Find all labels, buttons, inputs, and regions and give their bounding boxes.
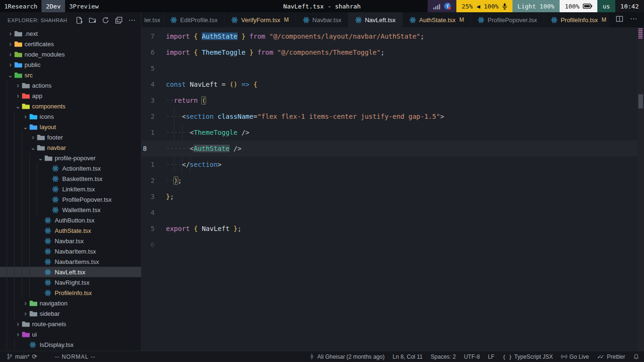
tree-item-navbar[interactable]: ⌄navbar (0, 142, 141, 153)
tree-item-certificates[interactable]: ›certificates (0, 39, 141, 49)
tree-item-app[interactable]: ›app (0, 90, 141, 101)
editor-line[interactable]: 4 (141, 205, 637, 221)
status-item-prettier[interactable]: ✓✓Prettier (597, 354, 625, 360)
tray-battery[interactable]: 100% (560, 0, 597, 12)
vim-mode-indicator: -- NORMAL -- (55, 354, 96, 360)
tab-navleft-tsx[interactable]: NavLeft.tsx (348, 12, 403, 27)
editor-line[interactable]: 5 (141, 60, 637, 76)
tree-item-actionitem-tsx[interactable]: ActionItem.tsx (0, 163, 141, 173)
tab-verifyform-tsx[interactable]: VerifyForm.tsxM (224, 12, 296, 27)
refresh-icon[interactable] (101, 16, 110, 25)
editor-line[interactable]: 4const NavLeft = () => { (141, 76, 637, 92)
tray-keyboard-layout[interactable]: us (597, 0, 615, 12)
tree-item-basketitem-tsx[interactable]: BasketItem.tsx (0, 173, 141, 184)
workspace-tab-3preview[interactable]: 3Preview (65, 0, 103, 12)
editor-line[interactable]: 3··return ( (141, 92, 637, 108)
tree-item-authstate-tsx[interactable]: AuthState.tsx (0, 225, 141, 236)
tree-item-ui[interactable]: ›ui (0, 329, 141, 339)
scrollbar-thumb[interactable] (638, 94, 643, 108)
code-token (265, 33, 269, 40)
modified-badge: M (602, 16, 606, 23)
editor-line[interactable]: 1····</section> (141, 156, 637, 173)
tree-item-footer[interactable]: ›footer (0, 132, 141, 142)
tree-item-profileinfo-tsx[interactable]: ProfileInfo.tsx (0, 288, 141, 298)
tree-indent-guide (14, 288, 22, 298)
tree-item-components[interactable]: ⌄components (0, 101, 141, 111)
status-item-go-live[interactable]: Go Live (561, 354, 589, 360)
react-file-icon (52, 206, 61, 214)
status-item-bell[interactable] (633, 354, 639, 360)
new-file-icon[interactable] (75, 16, 83, 25)
tab-profileinfo-tsx[interactable]: ProfileInfo.tsxM (544, 12, 609, 27)
line-number: 3 (141, 97, 166, 104)
tree-item-navleft-tsx[interactable]: NavLeft.tsx (0, 267, 141, 277)
tree-item-label: actions (31, 82, 51, 89)
tree-indent-guide (7, 215, 14, 225)
system-bar: 1Research2Dev3Preview NavLeft.tsx - shah… (0, 0, 644, 12)
new-folder-icon[interactable] (88, 16, 97, 25)
editor-line[interactable]: 6import { ThemeToggle } from "@/componen… (141, 44, 637, 60)
tray-backlight[interactable]: Light 100% (512, 0, 560, 12)
editor-line[interactable]: 1······<ThemeToggle /> (141, 124, 637, 140)
tab-editprofile-tsx[interactable]: EditProfile.tsx (164, 12, 224, 27)
split-editor-icon[interactable] (616, 15, 623, 25)
more-icon[interactable] (128, 16, 136, 25)
tab-ler-tsx[interactable]: ler.tsx (141, 12, 164, 27)
status-item-typescript-jsx[interactable]: { }TypeScript JSX (503, 354, 553, 360)
workspace-tab-1research[interactable]: 1Research (0, 0, 41, 12)
tree-item-navbar-tsx[interactable]: Navbar.tsx (0, 236, 141, 246)
editor-line[interactable]: 2··); (141, 173, 637, 189)
tree-item-profilepopover-tsx[interactable]: ProfilePopover.tsx (0, 194, 141, 205)
workspace-tab-2dev[interactable]: 2Dev (41, 0, 65, 12)
tree-item-authbutton-tsx[interactable]: AuthButton.tsx (0, 215, 141, 225)
tab-profilepopover-tsx[interactable]: ProfilePopover.tsx (471, 12, 544, 27)
tab-authstate-tsx[interactable]: AuthState.tsxM (403, 12, 471, 27)
tray-audio-volume[interactable]: 25% ◀ 100% (456, 0, 512, 12)
tree-item-route-panels[interactable]: ›route-panels (0, 319, 141, 329)
editor-line[interactable]: 3}; (141, 189, 637, 205)
tree-item-linkitem-tsx[interactable]: LinkItem.tsx (0, 184, 141, 194)
overview-ruler-marker (638, 28, 643, 39)
tree-item-icons[interactable]: ›icons (0, 111, 141, 122)
git-branch-item[interactable]: main* ⟳ (7, 353, 37, 360)
editor-line[interactable]: 7import { AuthState } from "@/components… (141, 28, 637, 44)
tree-item-sidebar[interactable]: ›sidebar (0, 308, 141, 319)
tree-item-isdisplay-tsx[interactable]: IsDisplay.tsx (0, 339, 141, 350)
tree-item-actions[interactable]: ›actions (0, 80, 141, 90)
code-editor[interactable]: 7import { AuthState } from "@/components… (141, 27, 644, 351)
tree-indent-guide (7, 111, 14, 122)
folder-icon (29, 310, 39, 317)
tree-item-navbaritems-tsx[interactable]: NavbarItems.tsx (0, 256, 141, 267)
status-item-spaces-2[interactable]: Spaces: 2 (431, 354, 456, 360)
modified-badge: M (459, 16, 464, 23)
status-item-utf-8[interactable]: UTF-8 (464, 354, 480, 360)
tree-item--next[interactable]: ›.next (0, 28, 141, 39)
editor-line[interactable]: 5export { NavLeft }; (141, 221, 637, 237)
tree-item-node-modules[interactable]: ›node_modules (0, 49, 141, 59)
editor-line[interactable]: 2····<section className="flex flex-1 ite… (141, 108, 637, 124)
tree-item-layout[interactable]: ⌄layout (0, 122, 141, 132)
editor-scrollbar[interactable] (637, 27, 644, 351)
tree-item-profile-popover[interactable]: ⌄profile-popover (0, 153, 141, 163)
tree-item-navbaritem-tsx[interactable]: NavbarItem.tsx (0, 246, 141, 256)
more-actions-icon[interactable] (630, 15, 637, 25)
tree-item-walletitem-tsx[interactable]: WalletItem.tsx (0, 205, 141, 215)
code-token (190, 49, 194, 56)
tree-item-navigation[interactable]: ›navigation (0, 298, 141, 308)
status-item-ali-gheisar-2-months-ago-[interactable]: Ali Gheisar (2 months ago) (309, 354, 385, 360)
tab-navbar-tsx[interactable]: Navbar.tsx (296, 12, 348, 27)
tree-item-public[interactable]: ›public (0, 59, 141, 70)
editor-line[interactable]: 8······<AuthState /> (141, 140, 637, 156)
tree-indent-guide (7, 308, 14, 319)
status-item-lf[interactable]: LF (488, 354, 495, 360)
status-item-ln-8-col-11[interactable]: Ln 8, Col 11 (393, 354, 423, 360)
chevron-right-icon: › (29, 133, 37, 141)
tree-item-src[interactable]: ⌄src (0, 70, 141, 80)
tree-indent-guide (7, 80, 14, 90)
collapse-all-icon[interactable] (115, 16, 123, 25)
editor-line[interactable]: 6 (141, 237, 637, 253)
tree-indent-guide (22, 205, 29, 215)
tray-network-status[interactable] (428, 0, 456, 12)
tree-item-navright-tsx[interactable]: NavRight.tsx (0, 277, 141, 288)
tray-clock[interactable]: 10:42 (615, 0, 644, 12)
